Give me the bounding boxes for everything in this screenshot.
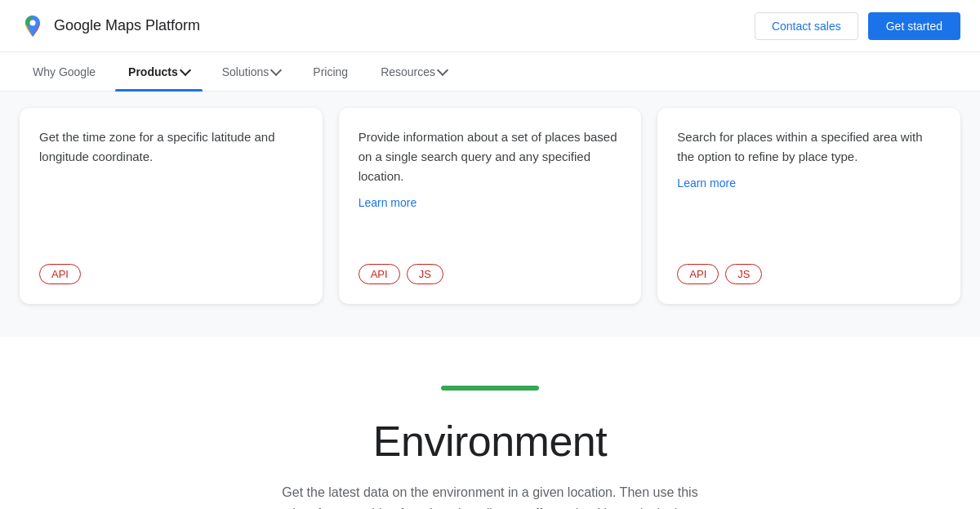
get-started-button[interactable]: Get started (868, 12, 960, 40)
tag-api: API (359, 264, 400, 284)
environment-description: Get the latest data on the environment i… (270, 482, 710, 509)
nav-item-products[interactable]: Products (115, 52, 203, 92)
learn-more-link-nearby[interactable]: Learn more (677, 176, 941, 190)
card-places-search: Provide information about a set of place… (339, 108, 642, 304)
cards-container: Get the time zone for a specific latitud… (20, 108, 960, 304)
card-nearby-search: Search for places within a specified are… (657, 108, 960, 304)
logo-text: Google Maps Platform (54, 17, 200, 34)
card-timezone: Get the time zone for a specific latitud… (20, 108, 323, 304)
tag-api: API (39, 264, 81, 284)
card-places-tags: API JS (359, 264, 622, 284)
svg-point-1 (30, 20, 36, 25)
tag-js: JS (725, 264, 762, 284)
nav-item-why-google[interactable]: Why Google (20, 52, 109, 92)
chevron-down-icon (437, 65, 448, 76)
card-nearby-description: Search for places within a specified are… (677, 127, 941, 167)
card-nearby-tags: API JS (677, 264, 941, 284)
environment-title: Environment (20, 417, 960, 466)
nav-item-pricing[interactable]: Pricing (300, 52, 361, 92)
chevron-down-icon (180, 65, 191, 76)
main-nav: Why Google Products Solutions Pricing Re… (0, 52, 980, 92)
cards-section: Get the time zone for a specific latitud… (0, 92, 980, 337)
header: Google Maps Platform Contact sales Get s… (0, 0, 980, 52)
learn-more-link-places[interactable]: Learn more (359, 196, 622, 209)
contact-sales-button[interactable]: Contact sales (755, 12, 858, 40)
nav-item-resources[interactable]: Resources (368, 52, 460, 92)
header-right: Contact sales Get started (755, 12, 960, 40)
chevron-down-icon (270, 65, 282, 76)
header-left: Google Maps Platform (20, 13, 200, 39)
environment-bar (441, 386, 539, 391)
nav-item-solutions[interactable]: Solutions (209, 52, 294, 92)
card-timezone-description: Get the time zone for a specific latitud… (39, 127, 303, 167)
google-maps-logo-icon (20, 13, 46, 39)
tag-api: API (677, 264, 719, 284)
card-places-description: Provide information about a set of place… (359, 127, 622, 186)
environment-section: Environment Get the latest data on the e… (0, 337, 980, 509)
card-timezone-tags: API (39, 264, 303, 284)
tag-js: JS (407, 264, 443, 284)
